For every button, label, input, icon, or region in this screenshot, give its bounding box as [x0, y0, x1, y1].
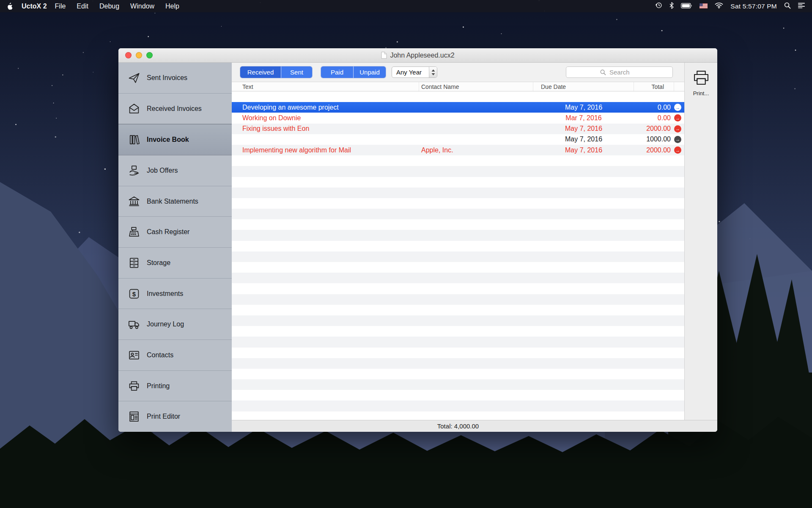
empty-row-stripe — [232, 241, 684, 251]
sidebar-item-label: Printing — [147, 382, 170, 390]
column-header-spacer — [674, 82, 684, 91]
invoice-row[interactable]: May 7, 20161000.00→ — [232, 134, 684, 145]
row-detail-arrow-button[interactable]: → — [674, 114, 681, 121]
menu-window[interactable]: Window — [125, 3, 160, 10]
empty-row-stripe — [232, 262, 684, 273]
invoice-contact-name: Apple, Inc. — [419, 146, 533, 154]
received-filter-button[interactable]: Received — [240, 66, 281, 78]
chevron-down-icon — [431, 73, 435, 75]
invoice-row[interactable]: Developing an awesome projectMay 7, 2016… — [232, 102, 684, 113]
column-header-text[interactable]: Text — [232, 82, 419, 91]
battery-menu-extra[interactable] — [681, 3, 692, 10]
empty-row-stripe — [232, 166, 684, 177]
time-machine-menu-extra[interactable] — [655, 2, 662, 11]
notification-center-menu-extra[interactable] — [798, 3, 805, 10]
paid-unpaid-control: Paid Unpaid — [321, 66, 386, 78]
row-detail-arrow-button[interactable]: → — [674, 104, 681, 111]
paper-plane-icon — [128, 72, 140, 84]
sidebar-item-journey-log[interactable]: Journey Log — [118, 309, 232, 340]
print-icon — [691, 68, 711, 88]
spotlight-menu-extra[interactable] — [784, 2, 791, 11]
column-header-label: Text — [242, 83, 253, 90]
invoice-row[interactable]: Fixing issues with EonMay 7, 20162000.00… — [232, 124, 684, 134]
row-detail-arrow-button[interactable]: → — [674, 136, 681, 143]
column-header-label: Total — [651, 83, 664, 90]
invoice-due-date: May 7, 2016 — [533, 104, 634, 111]
window-title-text: John Appleseed.ucx2 — [390, 52, 454, 59]
column-header-contact-name[interactable]: Contact Name — [419, 82, 533, 91]
sidebar-item-contacts[interactable]: Contacts — [118, 340, 232, 371]
invoice-due-date: May 7, 2016 — [533, 125, 634, 133]
table-body: Developing an awesome projectMay 7, 2016… — [232, 91, 684, 420]
minimize-button[interactable] — [136, 52, 142, 58]
empty-row-stripe — [232, 379, 684, 390]
sidebar-item-sent-invoices[interactable]: Sent Invoices — [118, 63, 232, 94]
input-source-menu-extra[interactable] — [700, 3, 708, 10]
invoice-text: Developing an awesome project — [232, 104, 419, 111]
year-filter-stepper[interactable] — [429, 67, 437, 77]
column-header-label: Contact Name — [421, 83, 459, 90]
received-sent-control: Received Sent — [240, 66, 312, 78]
row-detail-arrow-button[interactable]: → — [674, 125, 681, 133]
sidebar-item-invoice-book[interactable]: Invoice Book — [118, 124, 232, 155]
print-button[interactable] — [691, 68, 711, 89]
menu-help[interactable]: Help — [160, 3, 185, 10]
column-header-total[interactable]: Total — [634, 82, 674, 91]
traffic-lights — [125, 48, 153, 62]
app-menu-name[interactable]: UctoX 2 — [22, 3, 47, 10]
apple-menu[interactable] — [7, 3, 13, 10]
menu-file[interactable]: File — [49, 3, 71, 10]
investments-icon: $ — [128, 287, 140, 300]
zoom-button[interactable] — [146, 52, 153, 58]
search-input[interactable] — [609, 68, 659, 76]
print-button-label: Print... — [693, 90, 709, 97]
search-field[interactable] — [566, 66, 673, 78]
sidebar-item-label: Contacts — [147, 351, 173, 359]
sidebar-item-job-offers[interactable]: Job Offers — [118, 155, 232, 186]
spotlight-search-icon — [784, 2, 791, 9]
sidebar-item-printing[interactable]: Printing — [118, 371, 232, 402]
sidebar-item-print-editor[interactable]: Print Editor — [118, 401, 232, 432]
sidebar-item-label: Invoice Book — [147, 136, 189, 144]
empty-row-stripe — [232, 188, 684, 198]
menu-bar: UctoX 2 FileEditDebugWindowHelp — [0, 0, 812, 12]
menu-edit[interactable]: Edit — [71, 3, 94, 10]
row-detail-arrow-button[interactable]: → — [674, 146, 681, 154]
table-header: TextContact NameDue DateTotal — [232, 82, 684, 91]
invoice-row[interactable]: Implementing new algorithm for MailApple… — [232, 145, 684, 155]
window-titlebar[interactable]: John Appleseed.ucx2 — [118, 48, 717, 63]
invoice-row[interactable]: Working on DownieMar 7, 20160.00→ — [232, 113, 684, 123]
bank-icon — [128, 195, 140, 208]
invoice-total: 0.00 — [634, 104, 674, 111]
invoice-due-date: May 7, 2016 — [533, 146, 634, 154]
year-filter-popup[interactable]: Any Year — [392, 66, 437, 78]
sidebar-item-bank-statements[interactable]: Bank Statements — [118, 186, 232, 217]
empty-row-stripe — [232, 369, 684, 379]
empty-row-stripe — [232, 251, 684, 262]
invoice-total: 0.00 — [634, 114, 674, 122]
unpaid-filter-button[interactable]: Unpaid — [353, 66, 386, 78]
chevron-up-icon — [431, 69, 435, 72]
notification-center-icon — [798, 3, 805, 8]
empty-row-stripe — [232, 411, 684, 420]
close-button[interactable] — [125, 52, 132, 58]
sidebar-item-storage[interactable]: Storage — [118, 248, 232, 279]
empty-row-stripe — [232, 91, 684, 102]
column-header-due-date[interactable]: Due Date — [533, 82, 634, 91]
empty-row-stripe — [232, 198, 684, 209]
sent-filter-button[interactable]: Sent — [281, 66, 312, 78]
wifi-menu-extra[interactable] — [715, 2, 723, 10]
time-machine-icon — [655, 2, 662, 9]
cash-register-icon — [128, 226, 140, 238]
menu-bar-clock[interactable]: Sat 5:57:07 PM — [730, 3, 777, 10]
bluetooth-menu-extra[interactable] — [669, 2, 674, 11]
menu-debug[interactable]: Debug — [94, 3, 125, 10]
paid-filter-button[interactable]: Paid — [321, 66, 353, 78]
sidebar-item-investments[interactable]: $Investments — [118, 279, 232, 309]
sidebar-item-received-invoices[interactable]: Received Invoices — [118, 94, 232, 124]
sidebar-item-cash-register[interactable]: Cash Register — [118, 217, 232, 248]
apple-logo-icon — [7, 3, 13, 10]
job-offers-icon — [128, 164, 140, 177]
main-content: Received Sent Paid Unpaid Any Year — [232, 63, 684, 432]
sidebar-item-label: Sent Invoices — [147, 74, 187, 82]
